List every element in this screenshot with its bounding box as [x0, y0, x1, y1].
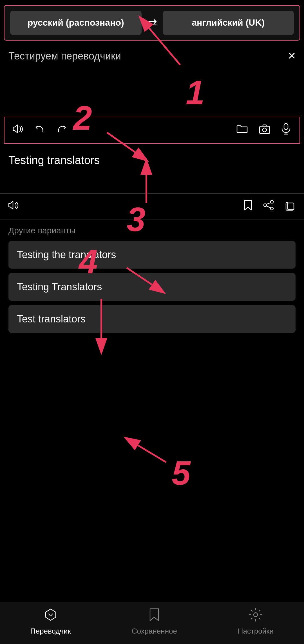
folder-icon[interactable] [236, 123, 248, 137]
output-speaker-icon[interactable] [8, 200, 20, 213]
swap-languages-icon[interactable]: ⇄ [144, 16, 160, 30]
bottom-spacer [0, 343, 304, 388]
share-icon[interactable] [263, 200, 274, 214]
redo-icon[interactable] [56, 123, 66, 137]
camera-icon[interactable] [258, 123, 271, 137]
microphone-icon[interactable] [281, 123, 291, 138]
svg-line-23 [138, 445, 166, 462]
nav-item-translator[interactable]: Переводчик [30, 608, 71, 636]
saved-nav-icon [149, 608, 160, 625]
input-toolbar [4, 117, 300, 144]
svg-line-8 [267, 203, 271, 204]
svg-point-5 [271, 200, 273, 203]
saved-nav-label: Сохраненное [132, 627, 177, 636]
input-header: Тестируем переводчики × [8, 49, 296, 63]
bottom-navigation: Переводчик Сохраненное Настройки [0, 602, 304, 644]
undo-icon[interactable] [35, 123, 46, 137]
alt-item-1[interactable]: Testing the translators [8, 241, 296, 269]
settings-nav-icon [249, 608, 263, 625]
svg-point-7 [271, 207, 273, 210]
toolbar-left-group [13, 123, 66, 137]
alt-item-2[interactable]: Testing Translators [8, 273, 296, 301]
svg-rect-0 [260, 126, 270, 134]
nav-item-saved[interactable]: Сохраненное [132, 608, 177, 636]
output-right-group [243, 199, 296, 214]
svg-text:5: 5 [172, 454, 191, 492]
output-toolbar [0, 193, 304, 220]
translator-nav-icon [44, 608, 58, 625]
svg-rect-10 [288, 203, 294, 210]
svg-line-9 [267, 206, 271, 208]
source-language-button[interactable]: русский (распознано) [10, 11, 142, 35]
input-section: Тестируем переводчики × [0, 41, 304, 117]
translator-nav-label: Переводчик [30, 627, 71, 636]
svg-point-1 [263, 128, 267, 132]
output-text: Testing translators [8, 152, 296, 168]
speaker-icon[interactable] [13, 123, 25, 137]
svg-rect-2 [284, 123, 288, 130]
language-selector-bar: русский (распознано) ⇄ английский (UK) [4, 5, 300, 41]
alternatives-section: Другие варианты Testing the translators … [0, 220, 304, 343]
output-section: Testing translators [0, 144, 304, 193]
settings-nav-label: Настройки [238, 627, 274, 636]
close-button[interactable]: × [288, 49, 296, 62]
svg-point-6 [264, 204, 267, 207]
input-spacer [8, 69, 296, 114]
svg-point-11 [254, 613, 258, 617]
bookmark-icon[interactable] [243, 199, 253, 214]
alt-item-3[interactable]: Test translators [8, 305, 296, 333]
alternatives-label: Другие варианты [8, 226, 296, 235]
copy-icon[interactable] [284, 200, 296, 214]
toolbar-right-group [236, 123, 291, 138]
target-language-button[interactable]: английский (UK) [163, 11, 294, 35]
input-text[interactable]: Тестируем переводчики [8, 49, 282, 63]
nav-item-settings[interactable]: Настройки [238, 608, 274, 636]
